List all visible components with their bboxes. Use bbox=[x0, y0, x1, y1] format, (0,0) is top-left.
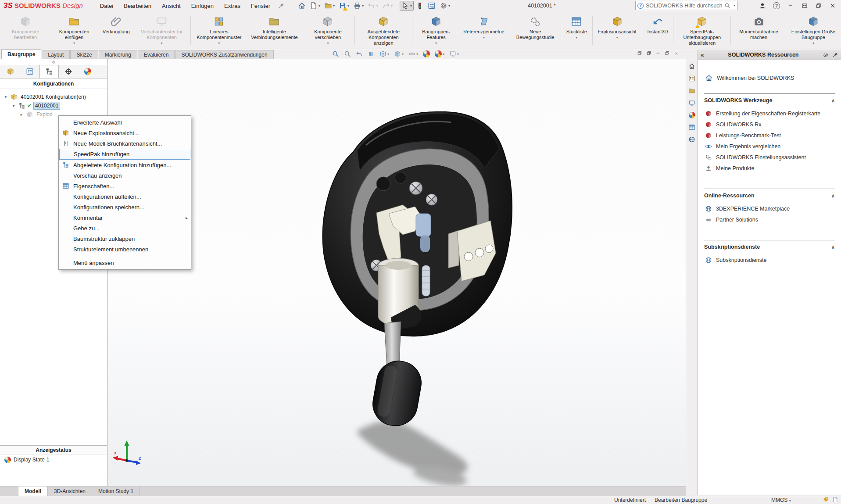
task-pane-gear-icon[interactable] bbox=[823, 52, 829, 58]
ribbon-move-component[interactable]: Komponente verschieben▾ bbox=[302, 12, 354, 49]
caret-down-icon[interactable]: ▾ bbox=[333, 4, 335, 8]
appearances-icon[interactable] bbox=[689, 112, 695, 118]
ribbon-linear-pattern[interactable]: Lineares Komponentenmuster▾ bbox=[191, 12, 247, 49]
link-3dexperience-marketplace[interactable]: 3DEXPERIENCE Marketplace bbox=[705, 203, 835, 214]
tab-3d-ansichten[interactable]: 3D-Ansichten bbox=[48, 486, 92, 496]
caret-down-icon[interactable]: ▾ bbox=[73, 41, 75, 45]
select-tool-button[interactable]: ▾ bbox=[400, 1, 414, 11]
resources-home-icon[interactable] bbox=[688, 63, 695, 70]
caret-down-icon[interactable]: ▾ bbox=[416, 52, 418, 56]
tree-row-selected-config[interactable]: ▾ ✔ 40102001 bbox=[0, 101, 107, 110]
display-state-header[interactable]: Anzeigestatus bbox=[0, 445, 107, 454]
tab-skizze[interactable]: Skizze bbox=[70, 50, 98, 59]
view-settings-button[interactable]: ▾ bbox=[448, 50, 460, 58]
ribbon-exploded-view[interactable]: Explosionsansicht▾ bbox=[594, 12, 641, 49]
design-library-icon[interactable] bbox=[688, 75, 695, 82]
link-compare-results[interactable]: Mein Ergebnis vergleichen bbox=[705, 141, 835, 152]
link-property-tab-builder[interactable]: Erstellung der Eigenschaften-Registerkar… bbox=[705, 108, 835, 119]
tab-layout[interactable]: Layout bbox=[42, 50, 70, 59]
ribbon-assembly-features[interactable]: Baugruppen-Features▾ bbox=[413, 12, 459, 49]
link-benchmark-test[interactable]: Leistungs-Benchmark-Test bbox=[705, 130, 835, 141]
caret-down-icon[interactable]: ▾ bbox=[616, 36, 618, 39]
menu-bearbeiten[interactable]: Bearbeiten bbox=[119, 1, 156, 11]
ribbon-new-motion-study[interactable]: Neue Bewegungsstudie bbox=[511, 12, 560, 49]
undo-button[interactable]: ▾ bbox=[366, 1, 380, 11]
restore-button[interactable] bbox=[813, 1, 824, 11]
tab-evaluieren[interactable]: Evaluieren bbox=[138, 50, 175, 59]
menu-item-neue-explosionsansicht[interactable]: Neue Explosionsansicht... bbox=[59, 128, 190, 138]
caret-down-icon[interactable]: ▾ bbox=[576, 36, 577, 39]
menu-item-speedpak-hinzufuegen[interactable]: SpeedPak hinzufügen bbox=[59, 149, 190, 160]
caret-down-icon[interactable]: ▾ bbox=[457, 52, 459, 56]
tree-exploded-label[interactable]: Explod bbox=[35, 111, 54, 118]
display-manager-tab[interactable] bbox=[78, 65, 97, 78]
menu-item-konfigurationen-aufteilen[interactable]: Konfigurationen aufteilen... bbox=[59, 191, 190, 202]
caret-down-icon[interactable]: ▾ bbox=[387, 52, 389, 56]
print-button[interactable]: ▾ bbox=[351, 1, 365, 11]
graphics-viewport[interactable]: x z bbox=[108, 59, 686, 486]
units-selector[interactable]: MMGS ▾ bbox=[771, 497, 791, 503]
tree-expand-icon[interactable]: ▾ bbox=[3, 95, 9, 99]
collapse-section-icon[interactable]: ∧ bbox=[831, 244, 835, 250]
redo-button[interactable]: ▾ bbox=[380, 1, 394, 11]
link-partner-solutions[interactable]: Partner Solutions bbox=[705, 214, 835, 225]
menu-fenster[interactable]: Fenster bbox=[246, 1, 275, 11]
edit-appearance-button[interactable] bbox=[422, 50, 431, 58]
help-search-box[interactable]: ? SOLIDWORKS Hilfe durchsuchen ▾ bbox=[635, 1, 737, 10]
file-explorer-icon[interactable] bbox=[688, 87, 695, 94]
pane-left-icon[interactable] bbox=[637, 50, 642, 57]
menu-item-konfigurationen-speichern[interactable]: Konfigurationen speichern... bbox=[59, 202, 190, 212]
menu-item-menue-anpassen[interactable]: Menü anpassen bbox=[59, 257, 190, 268]
doc-close-icon[interactable] bbox=[674, 50, 679, 57]
property-manager-tab[interactable] bbox=[20, 65, 39, 78]
hide-show-items-button[interactable]: ▾ bbox=[408, 50, 419, 58]
doc-restore-icon[interactable] bbox=[665, 50, 670, 57]
file-properties-button[interactable] bbox=[426, 1, 437, 11]
pin-menu-icon[interactable] bbox=[278, 2, 285, 9]
dimxpert-manager-tab[interactable] bbox=[59, 65, 78, 78]
caret-down-icon[interactable]: ▾ bbox=[362, 4, 364, 8]
forum-icon[interactable] bbox=[688, 136, 695, 143]
close-button[interactable] bbox=[827, 1, 838, 11]
pane-right-icon[interactable] bbox=[646, 50, 651, 57]
panel-splitter-grip[interactable] bbox=[0, 59, 107, 65]
tree-root-label[interactable]: 40102001 Konfiguration(en) bbox=[19, 93, 87, 100]
menu-item-kommentar[interactable]: Kommentar▸ bbox=[59, 212, 190, 223]
tab-markierung[interactable]: Markierung bbox=[99, 50, 137, 59]
collapse-section-icon[interactable]: ∧ bbox=[831, 193, 835, 199]
ribbon-take-snapshot[interactable]: Momentaufnahme machen bbox=[732, 12, 786, 49]
ribbon-large-assembly-settings[interactable]: Einstellungen Große Baugruppe▾ bbox=[786, 12, 841, 49]
account-button[interactable] bbox=[757, 1, 768, 11]
doc-minimize-icon[interactable] bbox=[655, 50, 661, 57]
ribbon-smart-fasteners[interactable]: Intelligente Verbindungselemente bbox=[247, 12, 302, 49]
caret-down-icon[interactable]: ▾ bbox=[435, 41, 437, 45]
link-subskriptionsdienste[interactable]: Subskriptionsdienste bbox=[705, 254, 835, 265]
minimize-button[interactable] bbox=[785, 1, 796, 11]
view-palette-icon[interactable] bbox=[688, 100, 695, 107]
ribbon-show-hidden-components[interactable]: Ausgeblendete Komponenten anzeigen bbox=[356, 12, 411, 49]
ribbon-instant3d[interactable]: Instant3D bbox=[643, 12, 672, 49]
link-my-products[interactable]: Meine Produkte bbox=[705, 163, 835, 174]
menu-extras[interactable]: Extras bbox=[219, 1, 245, 11]
collapse-section-icon[interactable]: ∧ bbox=[831, 98, 835, 104]
caret-down-icon[interactable]: ▾ bbox=[410, 4, 412, 8]
ribbon-reference-geometry[interactable]: Referenzgeometrie▾ bbox=[459, 12, 509, 49]
save-button[interactable]: ▾ bbox=[337, 1, 351, 11]
tab-modell[interactable]: Modell bbox=[18, 486, 48, 496]
tab-zusatzanwendungen[interactable]: SOLIDWORKS Zusatzanwendungen bbox=[175, 50, 273, 59]
options-button[interactable]: ▾ bbox=[438, 1, 452, 11]
ribbon-preview-window[interactable]: Vorschaufenster für Komponenten▾ bbox=[134, 12, 190, 49]
doc-tabs-scroll-area[interactable] bbox=[0, 486, 18, 496]
search-icon[interactable] bbox=[724, 3, 730, 9]
zoom-area-button[interactable] bbox=[343, 50, 352, 58]
caret-down-icon[interactable]: ▾ bbox=[347, 4, 349, 8]
new-document-button[interactable]: ▾ bbox=[308, 1, 322, 11]
menu-item-abgeleitete-konfiguration[interactable]: Abgeleitete Konfiguration hinzufügen... bbox=[59, 160, 190, 170]
menu-item-vorschau-anzeigen[interactable]: Vorschau anzeigen bbox=[59, 170, 190, 181]
link-settings-wizard[interactable]: SOLIDWORKS Einstellungsassistent bbox=[705, 152, 835, 163]
tab-baugruppe[interactable]: Baugruppe bbox=[1, 49, 41, 59]
ribbon-speedpak-update[interactable]: SpeedPak-Unterbaugruppen aktualisieren bbox=[674, 12, 730, 49]
tree-row-root[interactable]: ▾ 40102001 Konfiguration(en) bbox=[0, 93, 107, 101]
view-orientation-button[interactable]: ▾ bbox=[379, 50, 390, 58]
tab-motion-study[interactable]: Motion Study 1 bbox=[92, 486, 140, 496]
